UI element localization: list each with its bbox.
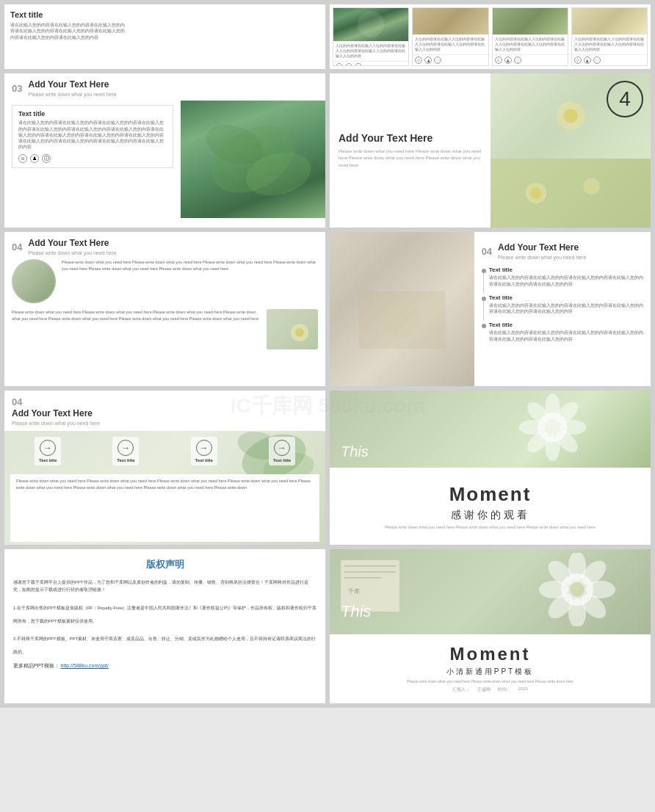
icon-face-2: ☺	[415, 57, 422, 64]
slide-grid: Text title 请在此输入您的内容请在此输入您的内容请在此输入您的内容请在…	[0, 0, 655, 708]
copyright-more: 更多精品PPT模板： http://588ku.com/ppt/	[13, 662, 316, 670]
timeline-dot-3	[482, 324, 486, 328]
slide-row5-col1: 版权声明 感谢您下载千库网平台上提供的PPT作品，为了您和千库网以及原创作者的利…	[4, 549, 325, 703]
arrow-label-2: Text title	[117, 458, 134, 463]
moment-text: Moment	[449, 483, 532, 506]
svg-rect-39	[344, 577, 381, 579]
mini-col-img-2	[413, 8, 488, 35]
slide-2-2-layout: Add Your Text Here Please write down wha…	[330, 73, 651, 228]
slide-text-title: Text title	[10, 10, 128, 19]
svg-point-0	[358, 11, 384, 37]
daisy-small-svg	[267, 309, 318, 349]
icon-user-2: ♟	[424, 57, 432, 64]
copyright-title: 版权声明	[13, 558, 316, 571]
nature-photo-2-1	[181, 101, 325, 218]
slide-num-3-2: 04	[482, 246, 492, 257]
copyright-intro: 感谢您下载千库网平台上提供的PPT作品，为了您和千库网以及原创作者的利益，请勿复…	[13, 579, 316, 593]
white-flower-svg-2	[518, 553, 636, 626]
slide-body-3-1: Please write down what you need here Ple…	[4, 259, 325, 309]
icon-face-3: ☺	[495, 57, 502, 64]
slide-3-2-content: 04 Add Your Text Here Please write down …	[330, 232, 651, 386]
mini-col-text-1: 入位的内容请在此输入入位的内容请在此输入入位的内容请在此输入入位的内容请在此输入…	[333, 41, 408, 61]
timeline-title-2: Text title	[489, 294, 643, 301]
slide-header-2-1: 03 Add Your Text Here Please write down …	[4, 73, 325, 101]
slide-title-3-1: Add Your Text Here	[28, 238, 116, 250]
arrow-item-1: → Text title	[35, 437, 61, 465]
mini-col-img-3	[493, 8, 568, 35]
slide-title-3-2: Add Your Text Here	[498, 242, 586, 254]
copyright-text-2: 2.不得将千库网的PPT模板、PPT素材、未使用于商店赛、成卖品品、出售、转让、…	[13, 637, 316, 654]
arrow-circle-3: →	[196, 440, 212, 456]
timeline-dot-1	[482, 269, 486, 273]
this-text: This	[341, 443, 369, 460]
box-icon-user: ♟	[30, 154, 39, 163]
mini-col-img-1	[333, 8, 408, 41]
copyright-text-1: 1.在千库网出售的PPT模板是免版权（RF：Royalty-Free）注册者是中…	[13, 606, 316, 623]
copyright-item-2: 2.不得将千库网的PPT模板、PPT素材、未使用于商店赛、成卖品品、出售、转让、…	[13, 630, 316, 656]
leaf-svg-1	[333, 8, 408, 41]
slide-2-2-text: Add Your Text Here Please write down wha…	[330, 73, 491, 228]
timeline-dot-2	[482, 297, 486, 301]
arrow-circle-1: →	[40, 440, 56, 456]
icon-user-3: ♟	[504, 57, 512, 64]
slide-title-4-1: Add Your Text Here	[12, 408, 318, 420]
number-circle: 4	[607, 81, 643, 117]
time-label: 时间：	[498, 686, 511, 693]
slide-text-3-1: Please write down what you need here Ple…	[62, 259, 318, 272]
mini-col-icons-3: ☺ ♟ ♡	[493, 54, 568, 65]
slide-4-2-bottom: Moment 感谢你的观看 Please write down what you…	[330, 468, 651, 545]
timeline-title-1: Text title	[489, 267, 643, 273]
timeline-content-2: Text title 请在此输入您的内容请在此输入您的内容请在此输入您的内容请在…	[489, 294, 643, 315]
svg-point-13	[384, 302, 420, 338]
arrow-item-2: → Text title	[112, 437, 139, 465]
slide-header-4-1: 04 Add Your Text Here Please write down …	[4, 391, 325, 431]
svg-text:千库: 千库	[348, 588, 360, 595]
arrow-label-4: Text title	[273, 458, 291, 463]
timeline-item-1: Text title 请在此输入您的内容请在此输入您的内容请在此输入您的内容请在…	[482, 267, 643, 287]
timeline-line-2	[483, 300, 484, 321]
author-label: 汇报人：	[452, 686, 470, 693]
svg-point-8	[583, 178, 600, 195]
mini-col-text-4: 入位的内容请在此输入入位的内容请在此输入入位的内容请在此输入入位的内容请在此输入…	[572, 35, 647, 54]
slide-bottom-text: Please write down what you need here Ple…	[12, 309, 259, 349]
copyright-item-1: 1.在千库网出售的PPT模板是免版权（RF：Royalty-Free）注册者是中…	[13, 599, 316, 626]
timeline-list: Text title 请在此输入您的内容请在此输入您的内容请在此输入您的内容请在…	[482, 267, 643, 342]
arrow-circle-2: →	[117, 440, 134, 456]
copyright-link[interactable]: http://588ku.com/ppt/	[61, 663, 109, 668]
svg-rect-38	[344, 571, 396, 573]
text-box-body: 请在此输入您的内容请在此输入您的内容请在此输入您的内容请在此输入您的内容请在此输…	[18, 120, 167, 150]
timeline-body-3: 请在此输入您的内容请在此输入您的内容请在此输入您的内容请在此输入您的内容请在此输…	[489, 330, 643, 342]
box-icons: ☺ ♟ ⓘ	[18, 154, 167, 163]
icon-user-4: ♟	[584, 57, 591, 64]
slide-3-2-text: 04 Add Your Text Here Please write down …	[474, 232, 651, 386]
timeline-line-1	[483, 272, 484, 293]
ppt-footer: 汇报人： 王盛网 时间： 2021	[452, 686, 528, 693]
timeline-item-3: Text title 请在此输入您的内容请在此输入您的内容请在此输入您的内容请在…	[482, 322, 643, 342]
svg-point-35	[570, 582, 585, 597]
white-flower-svg	[330, 391, 651, 468]
slide-subtitle-3-2: Please write down what you need here	[498, 254, 586, 261]
slide-text-box-area: Text title 请在此输入您的内容请在此输入您的内容请在此输入您的内容请在…	[4, 101, 181, 218]
slide-row4-col1: 04 Add Your Text Here Please write down …	[4, 391, 325, 545]
moment-text-2: Moment	[450, 644, 531, 664]
slide-header-3-2: 04 Add Your Text Here Please write down …	[482, 238, 643, 267]
mini-column-3: 入位的内容请在此输入入位的内容请在此输入入位的内容请在此输入入位的内容请在此输入…	[492, 7, 568, 66]
svg-point-5	[563, 109, 577, 123]
timeline-body-2: 请在此输入您的内容请在此输入您的内容请在此输入您的内容请在此输入您的内容请在此输…	[489, 302, 643, 315]
daisy-svg-2	[491, 159, 651, 228]
mini-col-img-4	[572, 8, 647, 35]
slide-2-2-title: Add Your Text Here	[339, 132, 482, 144]
timeline-content-1: Text title 请在此输入您的内容请在此输入您的内容请在此输入您的内容请在…	[489, 267, 643, 287]
svg-rect-37	[344, 565, 396, 567]
mini-column-4: 入位的内容请在此输入入位的内容请在此输入入位的内容请在此输入入位的内容请在此输入…	[571, 7, 648, 66]
timeline-item-2: Text title 请在此输入您的内容请在此输入您的内容请在此输入您的内容请在…	[482, 294, 643, 315]
timeline-content-3: Text title 请在此输入您的内容请在此输入您的内容请在此输入您的内容请在…	[489, 322, 643, 342]
arrow-item-3: → Text title	[191, 437, 217, 465]
slide-text-left: Text title 请在此输入您的内容请在此输入您的内容请在此输入您的内容请在…	[10, 10, 128, 40]
slide-subtitle-2-1: Please write down what you need here	[28, 91, 116, 98]
slide-num-2-1: 03	[12, 83, 22, 94]
slide-body-2-1: Text title 请在此输入您的内容请在此输入您的内容请在此输入您的内容请在…	[4, 101, 325, 218]
mini-col-text-3: 入位的内容请在此输入入位的内容请在此输入入位的内容请在此输入入位的内容请在此输入…	[493, 35, 568, 54]
white-text-box: Text title 请在此输入您的内容请在此输入您的内容请在此输入您的内容请在…	[12, 105, 173, 167]
desk-image	[330, 232, 474, 386]
